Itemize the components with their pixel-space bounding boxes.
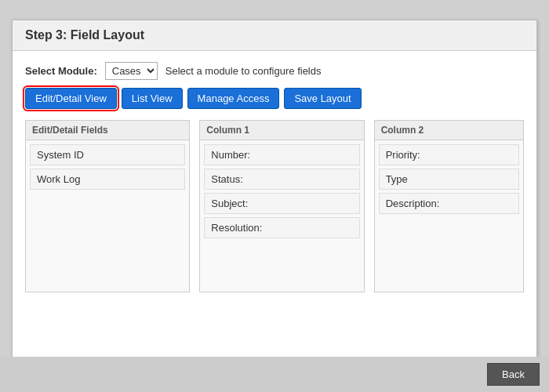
save-layout-button[interactable]: Save Layout <box>284 88 361 109</box>
module-select[interactable]: Cases <box>105 62 158 80</box>
edit-detail-view-button[interactable]: Edit/Detail View <box>25 88 117 109</box>
field-item: System ID <box>30 144 185 165</box>
column2-panel: Column 2 Priority: Type Description: <box>374 120 524 292</box>
field-item: Status: <box>204 169 359 190</box>
column1-panel: Column 1 Number: Status: Subject: Resolu… <box>199 120 364 292</box>
field-item: Number: <box>204 144 359 165</box>
column2-header: Column 2 <box>375 121 523 140</box>
bottom-bar: Back <box>0 357 549 392</box>
module-hint: Select a module to configure fields <box>165 65 322 77</box>
column1-header: Column 1 <box>200 121 363 140</box>
select-module-row: Select Module: Cases Select a module to … <box>25 62 524 80</box>
edit-detail-fields-panel: Edit/Detail Fields System ID Work Log <box>25 120 190 292</box>
edit-detail-fields-header: Edit/Detail Fields <box>26 121 189 140</box>
panel-title: Step 3: Field Layout <box>13 20 536 51</box>
field-item: Work Log <box>30 169 185 190</box>
field-item: Type <box>379 169 519 190</box>
back-button[interactable]: Back <box>487 363 540 386</box>
field-item: Priority: <box>379 144 519 165</box>
toolbar: Edit/Detail View List View Manage Access… <box>25 88 524 109</box>
manage-access-button[interactable]: Manage Access <box>187 88 280 109</box>
field-item: Subject: <box>204 193 359 214</box>
main-panel: Step 3: Field Layout Select Module: Case… <box>12 20 537 372</box>
select-module-label: Select Module: <box>25 65 97 77</box>
columns-area: Edit/Detail Fields System ID Work Log Co… <box>25 120 524 292</box>
list-view-button[interactable]: List View <box>122 88 183 109</box>
field-item: Description: <box>379 193 519 214</box>
field-item: Resolution: <box>204 217 359 238</box>
